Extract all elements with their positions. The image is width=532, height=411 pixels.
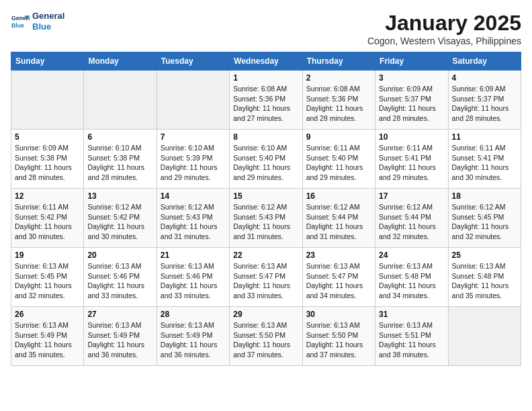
day-number: 28 xyxy=(161,310,226,319)
logo-blue: Blue xyxy=(32,21,64,32)
calendar-week-row: 1Sunrise: 6:08 AMSunset: 5:36 PMDaylight… xyxy=(11,71,521,130)
calendar-cell: 7Sunrise: 6:10 AMSunset: 5:39 PMDaylight… xyxy=(157,130,229,189)
day-info: Sunrise: 6:11 AMSunset: 5:41 PMDaylight:… xyxy=(452,143,517,183)
calendar-cell: 5Sunrise: 6:09 AMSunset: 5:38 PMDaylight… xyxy=(11,130,84,189)
day-number: 30 xyxy=(306,310,371,319)
calendar-cell xyxy=(157,71,229,130)
day-info: Sunrise: 6:13 AMSunset: 5:50 PMDaylight:… xyxy=(306,320,371,360)
day-number: 24 xyxy=(379,250,444,260)
day-number: 26 xyxy=(15,310,80,319)
weekday-header-tuesday: Tuesday xyxy=(157,52,229,71)
day-info: Sunrise: 6:12 AMSunset: 5:43 PMDaylight:… xyxy=(233,202,298,242)
day-info: Sunrise: 6:09 AMSunset: 5:38 PMDaylight:… xyxy=(15,143,80,183)
calendar-cell: 18Sunrise: 6:12 AMSunset: 5:45 PMDayligh… xyxy=(448,189,521,248)
day-info: Sunrise: 6:13 AMSunset: 5:49 PMDaylight:… xyxy=(161,320,226,360)
calendar-cell: 24Sunrise: 6:13 AMSunset: 5:48 PMDayligh… xyxy=(375,248,448,307)
day-info: Sunrise: 6:12 AMSunset: 5:45 PMDaylight:… xyxy=(452,202,517,242)
calendar-cell: 1Sunrise: 6:08 AMSunset: 5:36 PMDaylight… xyxy=(230,71,302,130)
calendar-cell: 21Sunrise: 6:13 AMSunset: 5:46 PMDayligh… xyxy=(157,248,229,307)
day-number: 5 xyxy=(15,132,80,142)
calendar-cell: 28Sunrise: 6:13 AMSunset: 5:49 PMDayligh… xyxy=(157,307,229,366)
day-number: 25 xyxy=(452,250,517,260)
calendar-cell: 2Sunrise: 6:08 AMSunset: 5:36 PMDaylight… xyxy=(302,71,375,130)
month-title: January 2025 xyxy=(367,11,521,36)
day-number: 2 xyxy=(306,73,371,83)
calendar-cell: 9Sunrise: 6:11 AMSunset: 5:40 PMDaylight… xyxy=(302,130,375,189)
calendar-cell xyxy=(448,307,521,366)
calendar-cell: 3Sunrise: 6:09 AMSunset: 5:37 PMDaylight… xyxy=(375,71,448,130)
calendar-cell: 23Sunrise: 6:13 AMSunset: 5:47 PMDayligh… xyxy=(302,248,375,307)
day-info: Sunrise: 6:13 AMSunset: 5:48 PMDaylight:… xyxy=(452,261,517,301)
calendar-cell: 31Sunrise: 6:13 AMSunset: 5:51 PMDayligh… xyxy=(375,307,448,366)
calendar-cell: 4Sunrise: 6:09 AMSunset: 5:37 PMDaylight… xyxy=(448,71,521,130)
day-number: 23 xyxy=(306,250,371,260)
day-info: Sunrise: 6:10 AMSunset: 5:40 PMDaylight:… xyxy=(233,143,298,183)
day-number: 15 xyxy=(233,191,298,201)
calendar-cell: 17Sunrise: 6:12 AMSunset: 5:44 PMDayligh… xyxy=(375,189,448,248)
calendar-cell xyxy=(11,71,84,130)
calendar-cell xyxy=(84,71,157,130)
day-number: 7 xyxy=(161,132,226,142)
weekday-header-sunday: Sunday xyxy=(11,52,84,71)
day-info: Sunrise: 6:13 AMSunset: 5:51 PMDaylight:… xyxy=(379,320,444,360)
day-info: Sunrise: 6:10 AMSunset: 5:38 PMDaylight:… xyxy=(87,143,152,183)
day-number: 18 xyxy=(452,191,517,201)
day-number: 16 xyxy=(306,191,371,201)
day-info: Sunrise: 6:11 AMSunset: 5:41 PMDaylight:… xyxy=(379,143,444,183)
svg-text:Blue: Blue xyxy=(11,21,24,28)
day-info: Sunrise: 6:09 AMSunset: 5:37 PMDaylight:… xyxy=(379,84,444,124)
day-number: 29 xyxy=(233,310,298,319)
calendar-cell: 14Sunrise: 6:12 AMSunset: 5:43 PMDayligh… xyxy=(157,189,229,248)
day-info: Sunrise: 6:12 AMSunset: 5:44 PMDaylight:… xyxy=(306,202,371,242)
day-number: 17 xyxy=(379,191,444,201)
weekday-header-friday: Friday xyxy=(375,52,448,71)
calendar-week-row: 12Sunrise: 6:11 AMSunset: 5:42 PMDayligh… xyxy=(11,189,521,248)
calendar-cell: 10Sunrise: 6:11 AMSunset: 5:41 PMDayligh… xyxy=(375,130,448,189)
calendar-cell: 25Sunrise: 6:13 AMSunset: 5:48 PMDayligh… xyxy=(448,248,521,307)
day-number: 21 xyxy=(161,250,226,260)
location-subtitle: Cogon, Western Visayas, Philippines xyxy=(367,36,521,46)
day-info: Sunrise: 6:12 AMSunset: 5:42 PMDaylight:… xyxy=(87,202,152,242)
calendar-cell: 26Sunrise: 6:13 AMSunset: 5:49 PMDayligh… xyxy=(11,307,84,366)
day-info: Sunrise: 6:13 AMSunset: 5:47 PMDaylight:… xyxy=(233,261,298,301)
logo-general: General xyxy=(32,11,64,21)
day-number: 4 xyxy=(452,73,517,83)
day-info: Sunrise: 6:13 AMSunset: 5:50 PMDaylight:… xyxy=(233,320,298,360)
calendar-cell: 30Sunrise: 6:13 AMSunset: 5:50 PMDayligh… xyxy=(302,307,375,366)
day-info: Sunrise: 6:08 AMSunset: 5:36 PMDaylight:… xyxy=(233,84,298,124)
calendar-cell: 13Sunrise: 6:12 AMSunset: 5:42 PMDayligh… xyxy=(84,189,157,248)
day-number: 8 xyxy=(233,132,298,142)
day-info: Sunrise: 6:10 AMSunset: 5:39 PMDaylight:… xyxy=(161,143,226,183)
day-number: 13 xyxy=(87,191,152,201)
calendar-cell: 19Sunrise: 6:13 AMSunset: 5:45 PMDayligh… xyxy=(11,248,84,307)
weekday-header-saturday: Saturday xyxy=(448,52,521,71)
day-number: 31 xyxy=(379,310,444,319)
day-info: Sunrise: 6:13 AMSunset: 5:46 PMDaylight:… xyxy=(161,261,226,301)
calendar-cell: 22Sunrise: 6:13 AMSunset: 5:47 PMDayligh… xyxy=(230,248,302,307)
calendar-table: SundayMondayTuesdayWednesdayThursdayFrid… xyxy=(11,52,521,366)
day-info: Sunrise: 6:13 AMSunset: 5:49 PMDaylight:… xyxy=(87,320,152,360)
day-number: 22 xyxy=(233,250,298,260)
day-number: 20 xyxy=(87,250,152,260)
calendar-cell: 12Sunrise: 6:11 AMSunset: 5:42 PMDayligh… xyxy=(11,189,84,248)
page-header: General Blue General Blue January 2025 C… xyxy=(11,11,521,46)
day-number: 27 xyxy=(87,310,152,319)
day-number: 9 xyxy=(306,132,371,142)
calendar-cell: 6Sunrise: 6:10 AMSunset: 5:38 PMDaylight… xyxy=(84,130,157,189)
calendar-cell: 29Sunrise: 6:13 AMSunset: 5:50 PMDayligh… xyxy=(230,307,302,366)
weekday-header-monday: Monday xyxy=(84,52,157,71)
day-info: Sunrise: 6:08 AMSunset: 5:36 PMDaylight:… xyxy=(306,84,371,124)
day-info: Sunrise: 6:11 AMSunset: 5:40 PMDaylight:… xyxy=(306,143,371,183)
day-number: 11 xyxy=(452,132,517,142)
day-info: Sunrise: 6:13 AMSunset: 5:46 PMDaylight:… xyxy=(87,261,152,301)
day-number: 19 xyxy=(15,250,80,260)
calendar-cell: 20Sunrise: 6:13 AMSunset: 5:46 PMDayligh… xyxy=(84,248,157,307)
calendar-cell: 11Sunrise: 6:11 AMSunset: 5:41 PMDayligh… xyxy=(448,130,521,189)
calendar-body: 1Sunrise: 6:08 AMSunset: 5:36 PMDaylight… xyxy=(11,71,521,366)
calendar-cell: 8Sunrise: 6:10 AMSunset: 5:40 PMDaylight… xyxy=(230,130,302,189)
logo-icon: General Blue xyxy=(11,12,30,31)
title-block: January 2025 Cogon, Western Visayas, Phi… xyxy=(367,11,521,46)
calendar-week-row: 26Sunrise: 6:13 AMSunset: 5:49 PMDayligh… xyxy=(11,307,521,366)
calendar-week-row: 5Sunrise: 6:09 AMSunset: 5:38 PMDaylight… xyxy=(11,130,521,189)
day-number: 14 xyxy=(161,191,226,201)
